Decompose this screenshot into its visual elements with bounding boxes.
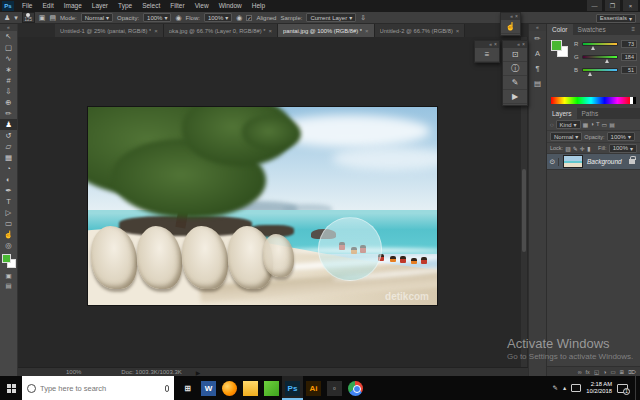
lasso-tool[interactable]: ∿	[0, 53, 17, 64]
mode-dropdown[interactable]: Normal ▾	[81, 13, 113, 22]
menu-edit[interactable]: Edit	[37, 0, 58, 12]
panel-menu-icon[interactable]: ≡	[631, 26, 638, 32]
dodge-tool[interactable]: ◐	[0, 174, 17, 185]
crop-tool[interactable]: #	[0, 75, 17, 86]
tab-color[interactable]: Color	[547, 24, 573, 35]
close-button[interactable]: ×	[623, 0, 638, 11]
eyedropper-tool[interactable]: ⇩	[0, 86, 17, 97]
airbrush-icon[interactable]: ◉	[236, 13, 242, 23]
type-tool[interactable]: T	[0, 196, 17, 207]
slider-thumb-icon[interactable]	[591, 46, 595, 50]
channel-slider-1[interactable]	[582, 55, 618, 59]
filter-shape-icon[interactable]: ▭	[602, 121, 608, 128]
hand-panel-icon[interactable]: ☝	[501, 20, 520, 34]
panel-close-icon[interactable]: ×	[515, 13, 518, 20]
document-tab-0[interactable]: Untitled-1 @ 25% (pantai, RGB/8) * ×	[55, 24, 164, 37]
green-app-icon[interactable]	[261, 376, 282, 400]
brush-tool[interactable]: ✏	[0, 108, 17, 119]
menu-window[interactable]: Window	[214, 0, 247, 12]
channel-slider-0[interactable]	[582, 42, 618, 46]
tab-swatches[interactable]: Swatches	[573, 24, 611, 35]
zoom-level[interactable]: 100%	[66, 369, 81, 375]
spot-healing-tool[interactable]: ⊕	[0, 97, 17, 108]
shape-tool[interactable]: ▭	[0, 218, 17, 229]
clone-stamp-tool[interactable]: ♟	[0, 119, 17, 130]
panel-close-icon[interactable]: ×	[522, 41, 525, 48]
document-tab-1[interactable]: oka.jpg @ 66.7% (Layer 0, RGB/8#) * ×	[164, 24, 278, 37]
clone-stamp-option-icon[interactable]: ♟	[4, 13, 10, 23]
kind-filter-dropdown[interactable]: Kind ▾	[556, 120, 581, 129]
new-group-icon[interactable]: ▭	[610, 369, 615, 375]
menu-image[interactable]: Image	[59, 0, 87, 12]
foreground-color-swatch[interactable]	[551, 40, 562, 51]
add-layer-mask-icon[interactable]: ◱	[594, 369, 599, 375]
filter-smart-object-icon[interactable]: ▤	[609, 121, 615, 128]
menu-file[interactable]: File	[17, 0, 37, 12]
quick-selection-tool[interactable]: ∗	[0, 64, 17, 75]
marquee-tool[interactable]: ▢	[0, 42, 17, 53]
actions-panel-icon[interactable]: ▶	[503, 90, 527, 104]
restore-button[interactable]: ❐	[605, 0, 620, 11]
panel-close-icon[interactable]: ×	[494, 41, 497, 48]
fill-dropdown[interactable]: 100% ▾	[609, 144, 637, 153]
photoshop-icon[interactable]: Ps	[282, 376, 303, 400]
beach-photo[interactable]: detikcom	[88, 107, 437, 305]
action-center-icon[interactable]: 1	[617, 384, 628, 393]
menu-view[interactable]: View	[190, 0, 214, 12]
filter-adjustment-icon[interactable]: ◑	[590, 121, 594, 128]
show-desktop-button[interactable]	[635, 376, 637, 400]
link-layers-icon[interactable]: ∞	[578, 369, 582, 375]
tab-layers[interactable]: Layers	[547, 108, 577, 119]
status-menu-arrow-icon[interactable]: ▶	[196, 369, 201, 376]
lock-transparency-icon[interactable]: ▨	[565, 145, 571, 152]
color-spectrum-ramp[interactable]	[551, 97, 631, 104]
slider-thumb-icon[interactable]	[588, 72, 592, 76]
blur-tool[interactable]: ◔	[0, 163, 17, 174]
layer-visibility-eye-icon[interactable]: ⊙	[547, 158, 559, 166]
character-panel-icon[interactable]: A	[529, 46, 546, 61]
layer-opacity-dropdown[interactable]: 100% ▾	[607, 132, 635, 141]
channel-value-0[interactable]: 73	[621, 40, 637, 48]
foreground-color-swatch[interactable]	[2, 254, 11, 263]
clone-source-toggle-icon[interactable]: ▤	[49, 13, 56, 23]
chrome-icon[interactable]	[345, 376, 366, 400]
display-tray-icon[interactable]	[571, 384, 581, 392]
delete-layer-icon[interactable]: ⌦	[628, 369, 636, 375]
sample-dropdown[interactable]: Current Layer ▾	[306, 13, 356, 22]
terminal-icon[interactable]: ▫	[324, 376, 345, 400]
document-tab-close-0[interactable]: ×	[154, 28, 158, 34]
search-input[interactable]	[40, 384, 161, 393]
brush-panel-icon[interactable]: ✏	[529, 31, 546, 46]
tool-preset-caret-icon[interactable]: ▾	[14, 13, 18, 23]
pressure-opacity-icon[interactable]: ◉	[175, 13, 181, 23]
canvas-area[interactable]: detikcom	[18, 37, 528, 367]
quick-mask-icon[interactable]: ▣	[0, 271, 17, 281]
move-tool[interactable]: ↖	[0, 31, 17, 42]
minimize-button[interactable]: —	[587, 0, 602, 11]
gradient-tool[interactable]: ▦	[0, 152, 17, 163]
eraser-tool[interactable]: ▱	[0, 141, 17, 152]
menu-filter[interactable]: Filter	[165, 0, 189, 12]
tab-paths[interactable]: Paths	[577, 108, 604, 119]
brush-panel-toggle-icon[interactable]: ▣	[39, 13, 46, 23]
aligned-checkbox[interactable]: ✓	[246, 15, 252, 21]
layer-row-background[interactable]: ⊙ Background	[547, 154, 640, 170]
document-tab-close-2[interactable]: ×	[365, 28, 369, 34]
document-tab-close-1[interactable]: ×	[269, 28, 273, 34]
hand-tool[interactable]: ☝	[0, 229, 17, 240]
word-icon[interactable]: W	[198, 376, 219, 400]
screen-mode-icon[interactable]: ▤	[0, 281, 17, 291]
slider-panel-icon[interactable]: ≡	[475, 48, 499, 62]
menu-select[interactable]: Select	[137, 0, 165, 12]
hidden-icons-chevron[interactable]: ▴	[563, 384, 566, 392]
workspace-switcher[interactable]: Essentials ▾	[596, 14, 636, 23]
collapse-tools-icon[interactable]: «	[0, 24, 17, 31]
menu-layer[interactable]: Layer	[87, 0, 113, 12]
layer-style-icon[interactable]: fx	[586, 369, 590, 375]
opacity-dropdown[interactable]: 100% ▾	[143, 13, 171, 22]
microphone-icon[interactable]	[165, 385, 169, 392]
channel-slider-2[interactable]	[582, 68, 618, 72]
lock-position-icon[interactable]: ✛	[580, 145, 585, 152]
expand-panels-icon[interactable]: «	[529, 24, 546, 31]
menu-help[interactable]: Help	[247, 0, 270, 12]
